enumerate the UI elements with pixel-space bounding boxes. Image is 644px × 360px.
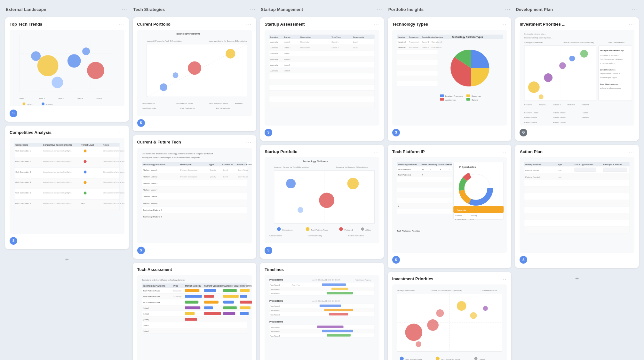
add-card-external[interactable]: + (5, 253, 129, 267)
svg-point-21 (42, 102, 44, 105)
svg-text:Platform 3 Name: Platform 3 Name (524, 117, 537, 119)
svg-text:• None: • None (469, 218, 474, 220)
svg-text:Key Investment Priorities to: Key Investment Priorities to (600, 73, 620, 75)
svg-rect-127 (185, 289, 199, 292)
card-header-investment: Investment Priorities ··· (392, 276, 507, 282)
svg-text:Platform 7 Name: Platform 7 Name (553, 121, 566, 123)
card-technology-types[interactable]: Technology Types ··· Iterative Processes… (388, 17, 512, 141)
svg-text:Patent: Patent (421, 164, 426, 166)
svg-text:Platform 5: Platform 5 (582, 104, 590, 106)
svg-rect-161 (142, 328, 247, 334)
card-investment-priorities-dev[interactable]: Investment Priorities ... ··· Strategic … (515, 17, 639, 141)
column-menu-startup[interactable]: ··· (377, 6, 383, 12)
add-card-dev-plan[interactable]: + (515, 272, 639, 286)
svg-text:Processes 1: Processes 1 (409, 41, 420, 43)
svg-text:Zone of Success / Focus Opport: Zone of Success / Focus Opportunity (430, 290, 462, 291)
card-title-investment: Investment Priorities (392, 276, 433, 282)
svg-rect-409 (524, 200, 630, 207)
svg-rect-233 (269, 291, 375, 295)
svg-text:[select]: [select] (143, 313, 149, 315)
svg-point-207 (286, 179, 296, 188)
card-competitive-analysis[interactable]: Competitive Analysis ··· Competitors Com… (5, 126, 129, 249)
card-menu-current-future[interactable]: ··· (246, 140, 252, 145)
column-menu-tech-strat[interactable]: ··· (250, 6, 256, 12)
svg-text:Description: Description (300, 41, 310, 43)
card-menu-tech-assessment[interactable]: ··· (246, 267, 252, 272)
svg-text:Give additional characters: Give additional characters (103, 171, 124, 173)
svg-text:Trend 5: Trend 5 (96, 98, 102, 100)
card-menu-tech-types[interactable]: ··· (501, 22, 507, 27)
card-action-plan[interactable]: Action Plan ··· Priority Platforms Type … (515, 145, 639, 268)
card-menu-startup-assessment[interactable]: ··· (374, 22, 379, 27)
svg-text:Strategic Investments: Strategic Investments (524, 42, 543, 44)
card-menu-tech-platform-ip[interactable]: ··· (501, 149, 507, 154)
svg-text:Glob Competitor 1: Glob Competitor 1 (15, 150, 31, 152)
svg-rect-277 (397, 60, 438, 65)
card-tech-assessment[interactable]: Tech Assessment ··· Brainstorm and desir… (133, 263, 257, 360)
svg-text:• Utilities: • Utilities (582, 112, 588, 114)
card-preview-startup-portfolio: Technology Platforms Laggard / Pioneer f… (265, 157, 379, 243)
card-menu-investment[interactable]: ··· (501, 276, 507, 282)
card-header-investment-dev: Investment Priorities ... ··· (520, 22, 634, 27)
card-investment-priorities[interactable]: Investment Priorities ··· Strategic Inve… (388, 272, 512, 360)
svg-text:• Trade Secret: • Trade Secret (455, 218, 466, 220)
svg-point-43 (84, 160, 87, 163)
svg-text:Tech Platforms: Priorities: Tech Platforms: Priorities (397, 230, 420, 232)
card-menu-action-plan[interactable]: ··· (629, 149, 634, 154)
svg-text:None: None (447, 164, 452, 166)
card-current-portfolio[interactable]: Current Portfolio ··· Technology Platfor… (133, 17, 257, 131)
svg-text:Score Name: Score Name (237, 176, 248, 177)
svg-text:Location: Location (270, 36, 278, 38)
svg-rect-240 (320, 305, 341, 307)
svg-point-364 (544, 73, 553, 82)
card-startup-portfolio[interactable]: Startup Portfolio ··· Technology Platfor… (260, 145, 384, 259)
svg-text:Approvals: Approvals (457, 209, 466, 211)
svg-text:Iterative / Processes: Iterative / Processes (445, 95, 463, 97)
column-menu-portfolio[interactable]: ··· (505, 6, 511, 12)
svg-text:Australia: Australia (270, 47, 278, 49)
card-title-top-tech-trends: Top Tech Trends (10, 22, 42, 27)
action-plan-svg: Priority Platforms Type Size & Opportuni… (520, 157, 634, 253)
card-menu-startup-portfolio[interactable]: ··· (374, 149, 379, 154)
svg-point-366 (569, 56, 575, 61)
column-header-tech-strat: Tech Strategies ··· (133, 5, 257, 13)
card-header-tech-platform-ip: Tech Platform IP ··· (392, 149, 507, 155)
card-menu-timelines[interactable]: ··· (374, 267, 379, 272)
card-header-top-tech-trends: Top Tech Trends ··· (10, 22, 124, 27)
card-menu-top-tech-trends[interactable]: ··· (119, 22, 124, 27)
card-menu-competitive[interactable]: ··· (119, 130, 124, 135)
svg-text:Name 5: Name 5 (284, 64, 291, 66)
svg-rect-147 (204, 307, 213, 309)
svg-text:Platform Name 4: Platform Name 4 (143, 189, 157, 191)
svg-text:Platform 6 Name: Platform 6 Name (524, 121, 537, 123)
card-startup-assessment[interactable]: Startup Assessment ··· Location Startup … (260, 17, 384, 141)
svg-rect-308 (397, 182, 452, 187)
card-current-future-tech[interactable]: Current & Future Tech ··· List current a… (133, 135, 257, 259)
svg-text:Brainstorm and desired future : Brainstorm and desired future technology… (142, 279, 185, 281)
svg-point-348 (474, 357, 477, 360)
card-top-tech-trends[interactable]: Top Tech Trends ··· (5, 17, 129, 122)
svg-text:Startup: Startup (284, 36, 290, 38)
card-header-competitive: Competitive Analysis ··· (10, 130, 124, 135)
svg-text:Trend 2: Trend 2 (38, 98, 45, 100)
column-menu-external[interactable]: ··· (122, 6, 128, 12)
svg-text:Give additional characters: Give additional characters (103, 192, 124, 194)
svg-text:Subsistence of: Subsistence of (269, 234, 282, 236)
svg-text:Glob Competitor 3: Glob Competitor 3 (15, 171, 31, 173)
svg-rect-280 (397, 76, 438, 81)
column-title-portfolio: Portfolio Insights (388, 7, 424, 12)
card-menu-current-portfolio[interactable]: ··· (246, 22, 252, 27)
column-menu-dev-plan[interactable]: ··· (632, 6, 638, 12)
svg-text:Technology Platforms: Technology Platforms (175, 32, 200, 35)
card-title-action-plan: Action Plan (520, 149, 543, 155)
card-header-current-future: Current & Future Tech ··· (137, 140, 252, 145)
svg-text:Platform 4: Platform 4 (568, 104, 575, 106)
svg-text:[select]: [select] (143, 307, 149, 309)
svg-text:Core Differentiation: Core Differentiation (600, 69, 616, 71)
card-tech-platform-ip[interactable]: Tech Platform IP ··· Technology Platform… (388, 145, 512, 268)
svg-text:Utilities: Utilities (365, 229, 371, 231)
svg-text:Impact: Impact (27, 103, 33, 105)
card-timelines[interactable]: Timelines ··· Project Name Jan 08 2015 J… (260, 263, 384, 360)
card-menu-investment-dev[interactable]: ··· (629, 22, 634, 27)
svg-text:Project Name: Project Name (269, 300, 283, 302)
